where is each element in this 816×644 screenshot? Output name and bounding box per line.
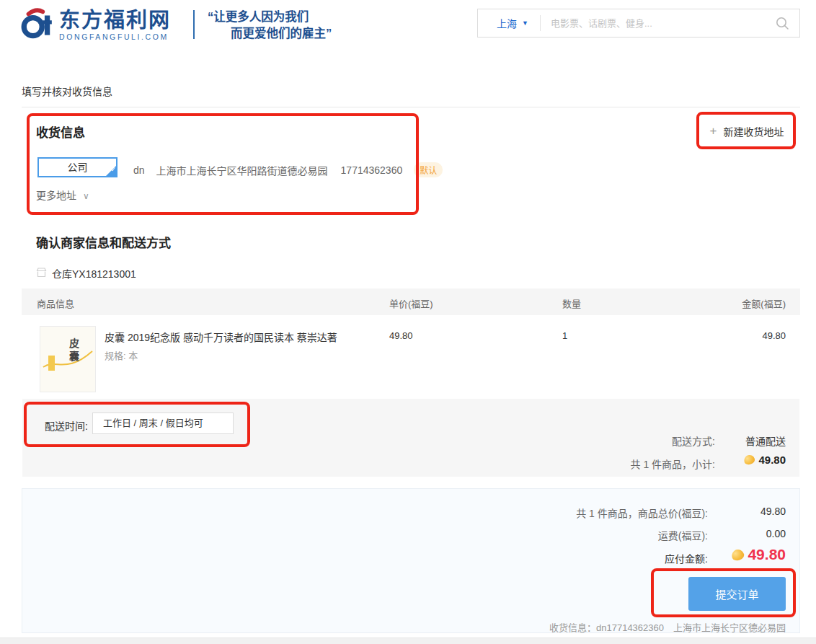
payable-value: 49.80 bbox=[748, 546, 786, 563]
delivery-method-value: 普通配送 bbox=[745, 433, 786, 448]
header-divider bbox=[193, 10, 195, 39]
col-quantity: 数量 bbox=[562, 296, 581, 310]
slogan-line1: “让更多人因为我们 bbox=[208, 9, 332, 25]
submit-order-button[interactable]: 提交订单 bbox=[688, 577, 786, 611]
new-address-label: 新建收货地址 bbox=[723, 124, 784, 138]
search-bar: 上海 ▼ bbox=[477, 9, 800, 38]
payable-value-row: 49.80 bbox=[732, 546, 786, 563]
shipping-section-title: 收货信息 bbox=[36, 123, 85, 141]
slogan: “让更多人因为我们 而更爱他们的雇主” bbox=[208, 9, 332, 42]
merchant-section-title: 确认商家信息和配送方式 bbox=[36, 233, 171, 251]
total-label: 共 1 件商品，商品总价(福豆): bbox=[576, 506, 708, 520]
recipient-phone: 17714362360 bbox=[341, 164, 403, 176]
delivery-time-label: 配送时间: bbox=[45, 418, 88, 433]
freight-value: 0.00 bbox=[766, 528, 786, 539]
city-label: 上海 bbox=[497, 16, 517, 30]
logo-domain: DONGFANGFULI.COM bbox=[59, 32, 171, 41]
col-product: 商品信息 bbox=[37, 296, 74, 310]
col-amount: 金额(福豆) bbox=[742, 296, 786, 310]
address-row: dn 上海市上海长宁区华阳路街道德必易园 17714362360 默认 bbox=[133, 162, 443, 177]
subtotal-value-row: 49.80 bbox=[744, 454, 786, 466]
fudou-bean-icon bbox=[743, 454, 756, 466]
delivery-method-label: 配送方式: bbox=[672, 433, 715, 448]
cover-accent bbox=[48, 356, 55, 371]
store-icon bbox=[36, 268, 47, 280]
address-tag-label: 公司 bbox=[68, 162, 88, 173]
total-value: 49.80 bbox=[760, 506, 786, 517]
warehouse-label: 仓库YX181213001 bbox=[52, 266, 136, 281]
product-quantity: 1 bbox=[562, 330, 567, 341]
city-selector[interactable]: 上海 ▼ bbox=[478, 16, 540, 30]
plus-icon: + bbox=[710, 124, 717, 138]
address-detail: 上海市上海长宁区华阳路街道德必易园 bbox=[156, 163, 328, 177]
subtotal-label: 共 1 件商品，小计: bbox=[631, 456, 715, 471]
search-icon[interactable] bbox=[776, 17, 789, 30]
payable-label: 应付金额: bbox=[665, 551, 708, 565]
search-input[interactable] bbox=[541, 18, 776, 29]
shipping-footer-info: 收货信息：dn17714362360 上海市上海长宁区德必易园 bbox=[549, 620, 786, 634]
check-icon: ✓ bbox=[110, 161, 116, 178]
warehouse-row: 仓库YX181213001 bbox=[36, 266, 136, 281]
recipient-name: dn bbox=[133, 164, 145, 176]
fudou-bean-icon bbox=[731, 547, 746, 562]
product-spec: 规格: 本 bbox=[105, 348, 138, 362]
product-amount: 49.80 bbox=[762, 330, 786, 341]
chevron-down-icon: ∨ bbox=[83, 191, 89, 201]
content-card-border bbox=[22, 107, 800, 107]
step-title: 填写并核对收货信息 bbox=[22, 84, 112, 98]
new-address-button[interactable]: + 新建收货地址 bbox=[703, 118, 791, 144]
col-unit-price: 单价(福豆) bbox=[389, 296, 433, 310]
more-addresses-link[interactable]: 更多地址 ∨ bbox=[36, 188, 89, 202]
address-tag-card[interactable]: 公司 ✓ bbox=[37, 157, 117, 177]
table-header: 商品信息 单价(福豆) 数量 金额(福豆) bbox=[22, 288, 800, 315]
footer-strip bbox=[0, 638, 816, 644]
slogan-line2: 而更爱他们的雇主” bbox=[208, 25, 332, 42]
default-badge: 默认 bbox=[414, 162, 443, 177]
delivery-time-option[interactable]: 工作日 / 周末 / 假日均可 bbox=[92, 413, 234, 434]
product-unit-price: 49.80 bbox=[389, 330, 413, 341]
more-addresses-label: 更多地址 bbox=[36, 190, 76, 201]
freight-label: 运费(福豆): bbox=[658, 528, 708, 542]
caret-down-icon: ▼ bbox=[522, 19, 528, 27]
logo[interactable]: 东方福利网 DONGFANGFULI.COM bbox=[59, 9, 171, 41]
cover-title: 皮囊 bbox=[66, 338, 81, 364]
logo-name: 东方福利网 bbox=[59, 9, 171, 31]
logo-icon[interactable] bbox=[20, 7, 55, 45]
product-image[interactable]: 皮囊 bbox=[40, 326, 96, 392]
product-title[interactable]: 皮囊 2019纪念版 感动千万读者的国民读本 蔡崇达著 bbox=[105, 330, 337, 344]
checkout-page: 东方福利网 DONGFANGFULI.COM “让更多人因为我们 而更爱他们的雇… bbox=[0, 0, 816, 644]
subtotal-value: 49.80 bbox=[758, 454, 786, 466]
